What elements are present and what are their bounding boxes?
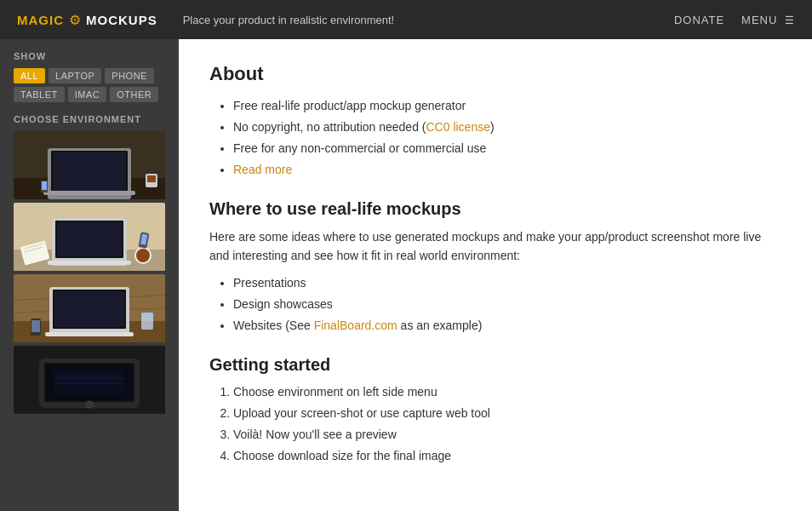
about-item-3: Free for any non-commercial or commercia… (233, 140, 781, 158)
step-3: Voilà! Now you'll see a preview (233, 426, 781, 444)
about-list: Free real-life product/app mockup genera… (209, 97, 781, 179)
svg-rect-30 (45, 332, 134, 336)
where-intro: Here are some ideas where to use generat… (209, 227, 781, 266)
about-heading: About (209, 63, 781, 85)
filter-buttons: ALL LAPTOP PHONE TABLET IMAC OTHER (14, 68, 165, 102)
steps-list: Choose environment on left side menu Upl… (209, 383, 781, 465)
svg-rect-9 (42, 181, 47, 190)
svg-rect-14 (57, 222, 122, 256)
about-item-4: Read more (233, 161, 781, 179)
cc0-link[interactable]: CC0 license (426, 120, 489, 134)
env-thumb-1[interactable] (14, 131, 165, 199)
show-label: SHOW (14, 51, 165, 61)
environment-thumbnails (14, 131, 165, 414)
where-heading: Where to use real-life mockups (209, 199, 781, 219)
step-1: Choose environment on left side menu (233, 383, 781, 401)
content-area: About Free real-life product/app mockup … (179, 39, 812, 511)
step-4: Choose download size for the final image (233, 447, 781, 465)
env-thumb-4[interactable] (14, 346, 165, 414)
svg-rect-40 (54, 370, 124, 393)
getting-started-heading: Getting started (209, 355, 781, 375)
header-nav: DONATE MENU ☰ (674, 14, 795, 26)
svg-rect-7 (147, 175, 156, 182)
svg-rect-29 (54, 291, 124, 327)
filter-laptop[interactable]: LAPTOP (49, 68, 101, 83)
header: MAGIC ⚙ MOCKUPS Place your product in re… (0, 0, 812, 39)
menu-icon: ☰ (785, 14, 795, 26)
svg-rect-32 (141, 313, 153, 318)
svg-rect-5 (43, 191, 135, 195)
where-item-1: Presentations (233, 274, 781, 292)
filter-tablet[interactable]: TABLET (14, 87, 65, 102)
logo-magic-text: MAGIC (17, 13, 64, 27)
logo-mockups-text: MOCKUPS (86, 13, 157, 27)
filter-all[interactable]: ALL (14, 68, 45, 83)
sidebar: SHOW ALL LAPTOP PHONE TABLET IMAC OTHER … (0, 39, 179, 511)
filter-imac[interactable]: IMAC (68, 87, 107, 102)
step-2: Upload your screen-shot or use capture w… (233, 405, 781, 422)
menu-button[interactable]: MENU ☰ (741, 14, 795, 26)
svg-point-39 (86, 401, 93, 408)
env-thumb-3[interactable] (14, 274, 165, 342)
filter-other[interactable]: OTHER (110, 87, 158, 102)
filter-phone[interactable]: PHONE (105, 68, 154, 83)
header-tagline: Place your product in realistic environm… (183, 14, 674, 26)
donate-button[interactable]: DONATE (674, 14, 724, 26)
where-item-3: Websites (See FinalBoard.com as an examp… (233, 317, 781, 335)
svg-rect-4 (53, 152, 126, 192)
svg-rect-15 (48, 261, 131, 265)
logo: MAGIC ⚙ MOCKUPS (17, 12, 157, 28)
svg-rect-34 (31, 320, 40, 332)
choose-environment-label: CHOOSE ENVIRONMENT (14, 114, 165, 124)
where-item-2: Design showcases (233, 296, 781, 313)
finalboard-link[interactable]: FinalBoard.com (314, 319, 397, 332)
about-item-2: No copyright, no attribution needed (CC0… (233, 118, 781, 136)
env-thumb-2[interactable] (14, 203, 165, 271)
where-list: Presentations Design showcases Websites … (209, 274, 781, 335)
about-item-1: Free real-life product/app mockup genera… (233, 97, 781, 115)
read-more-link[interactable]: Read more (233, 163, 292, 176)
main-layout: SHOW ALL LAPTOP PHONE TABLET IMAC OTHER … (0, 39, 812, 511)
svg-point-20 (136, 249, 150, 262)
logo-icon: ⚙ (69, 12, 81, 28)
